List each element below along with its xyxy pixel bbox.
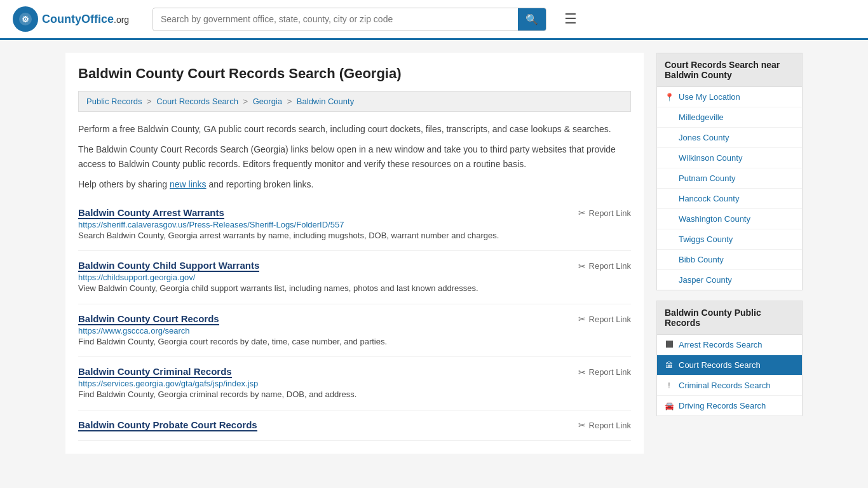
driving-records-link[interactable]: Driving Records Search — [679, 401, 766, 410]
report-icon-4: ✂ — [578, 420, 586, 430]
breadcrumb-court-records[interactable]: Court Records Search — [156, 97, 238, 106]
menu-button[interactable]: ☰ — [559, 8, 582, 30]
report-link-4[interactable]: ✂ Report Link — [578, 420, 631, 430]
arrest-records-icon — [665, 341, 674, 349]
record-item: Baldwin County Child Support Warrants ✂ … — [78, 251, 631, 304]
page-title: Baldwin County Court Records Search (Geo… — [78, 65, 631, 82]
sidebar-item-hancock-county[interactable]: Hancock County — [657, 189, 802, 209]
record-item: Baldwin County Arrest Warrants ✂ Report … — [78, 198, 631, 252]
report-icon-1: ✂ — [578, 261, 586, 271]
milledgeville-link[interactable]: Milledgeville — [679, 112, 724, 122]
record-url-0[interactable]: https://sheriff.calaverasgov.us/Press-Re… — [78, 220, 344, 229]
sidebar-item-milledgeville[interactable]: Milledgeville — [657, 107, 802, 128]
report-link-1[interactable]: ✂ Report Link — [578, 261, 631, 271]
wilkinson-county-link[interactable]: Wilkinson County — [679, 153, 742, 163]
sidebar-item-arrest-records[interactable]: Arrest Records Search — [657, 335, 802, 355]
sidebar-nearby-section: Court Records Search near Baldwin County… — [656, 53, 803, 290]
record-title-0[interactable]: Baldwin County Arrest Warrants — [78, 207, 224, 219]
report-link-0[interactable]: ✂ Report Link — [578, 208, 631, 218]
report-icon-0: ✂ — [578, 208, 586, 218]
record-desc-3: Find Baldwin County, Georgia criminal re… — [78, 388, 631, 401]
logo-name: CountyOffice — [42, 13, 114, 25]
jasper-county-link[interactable]: Jasper County — [679, 275, 732, 285]
report-link-2[interactable]: ✂ Report Link — [578, 314, 631, 324]
description-2: The Baldwin County Court Records Search … — [78, 142, 631, 171]
sidebar-item-twiggs-county[interactable]: Twiggs County — [657, 229, 802, 250]
description-3: Help others by sharing new links and rep… — [78, 177, 631, 191]
use-my-location-link[interactable]: Use My Location — [679, 92, 740, 102]
sidebar-item-court-records[interactable]: 🏛 Court Records Search — [657, 355, 802, 376]
logo-icon: ⚙ — [13, 6, 38, 32]
search-button[interactable]: 🔍 — [518, 8, 546, 30]
sidebar-item-driving-records[interactable]: 🚘 Driving Records Search — [657, 396, 802, 416]
court-records-icon: 🏛 — [665, 361, 674, 370]
main-content: Baldwin County Court Records Search (Geo… — [65, 53, 644, 454]
criminal-records-link[interactable]: Criminal Records Search — [679, 381, 771, 390]
record-desc-1: View Baldwin County, Georgia child suppo… — [78, 282, 631, 295]
jones-county-link[interactable]: Jones County — [679, 133, 729, 142]
logo-text: CountyOffice.org — [42, 13, 129, 26]
sidebar-item-use-my-location[interactable]: 📍 Use My Location — [657, 87, 802, 107]
report-label-4: Report Link — [589, 421, 631, 430]
record-header: Baldwin County Criminal Records ✂ Report… — [78, 366, 631, 378]
record-url-2[interactable]: https://www.gsccca.org/search — [78, 326, 190, 336]
new-links-link[interactable]: new links — [170, 179, 207, 189]
driving-records-icon: 🚘 — [665, 402, 674, 410]
main-container: Baldwin County Court Records Search (Geo… — [53, 40, 815, 466]
logo-area: ⚙ CountyOffice.org — [13, 6, 140, 32]
record-url-3[interactable]: https://services.georgia.gov/gta/gafs/js… — [78, 379, 258, 388]
report-label-2: Report Link — [589, 315, 631, 324]
breadcrumb-baldwin[interactable]: Baldwin County — [297, 97, 354, 106]
pin-icon: 📍 — [665, 93, 674, 102]
breadcrumb-georgia[interactable]: Georgia — [253, 97, 282, 106]
desc3-post: and reporting broken links. — [207, 179, 314, 189]
record-title-3[interactable]: Baldwin County Criminal Records — [78, 366, 232, 378]
record-title-4[interactable]: Baldwin County Probate Court Records — [78, 419, 257, 431]
record-desc-0: Search Baldwin County, Georgia arrest wa… — [78, 229, 631, 242]
record-header: Baldwin County Child Support Warrants ✂ … — [78, 260, 631, 272]
sidebar-item-wilkinson-county[interactable]: Wilkinson County — [657, 148, 802, 168]
logo-tld: .org — [114, 15, 129, 25]
description-1: Perform a free Baldwin County, GA public… — [78, 122, 631, 136]
arrest-records-link[interactable]: Arrest Records Search — [679, 340, 763, 349]
sidebar-nearby-title: Court Records Search near Baldwin County — [657, 53, 802, 87]
twiggs-county-link[interactable]: Twiggs County — [679, 234, 733, 244]
record-item: Baldwin County Probate Court Records ✂ R… — [78, 410, 631, 441]
record-item: Baldwin County Criminal Records ✂ Report… — [78, 357, 631, 410]
sidebar-item-criminal-records[interactable]: ! Criminal Records Search — [657, 376, 802, 396]
report-link-3[interactable]: ✂ Report Link — [578, 367, 631, 377]
breadcrumb: Public Records > Court Records Search > … — [78, 91, 631, 112]
hancock-county-link[interactable]: Hancock County — [679, 194, 739, 203]
sidebar-public-records-section: Baldwin County Public Records Arrest Rec… — [656, 301, 803, 416]
sidebar-item-jasper-county[interactable]: Jasper County — [657, 270, 802, 290]
report-label-1: Report Link — [589, 261, 631, 271]
desc3-pre: Help others by sharing — [78, 179, 170, 189]
breadcrumb-sep2: > — [243, 97, 250, 106]
report-icon-3: ✂ — [578, 367, 586, 377]
sidebar-public-records-title: Baldwin County Public Records — [657, 301, 802, 335]
record-url-1[interactable]: https://childsupport.georgia.gov/ — [78, 273, 195, 282]
washington-county-link[interactable]: Washington County — [679, 214, 750, 224]
sidebar-item-putnam-county[interactable]: Putnam County — [657, 168, 802, 189]
putnam-county-link[interactable]: Putnam County — [679, 173, 736, 183]
svg-text:⚙: ⚙ — [22, 15, 29, 24]
bibb-county-link[interactable]: Bibb County — [679, 255, 724, 264]
sidebar-item-washington-county[interactable]: Washington County — [657, 209, 802, 229]
search-bar: 🔍 — [153, 8, 546, 31]
site-header: ⚙ CountyOffice.org 🔍 ☰ — [0, 0, 868, 40]
record-item: Baldwin County Court Records ✂ Report Li… — [78, 304, 631, 358]
report-label-0: Report Link — [589, 208, 631, 218]
sidebar: Court Records Search near Baldwin County… — [656, 53, 803, 454]
sidebar-item-jones-county[interactable]: Jones County — [657, 128, 802, 148]
breadcrumb-public-records[interactable]: Public Records — [86, 97, 142, 106]
report-label-3: Report Link — [589, 367, 631, 377]
criminal-records-icon: ! — [665, 381, 674, 390]
record-title-1[interactable]: Baldwin County Child Support Warrants — [78, 260, 259, 272]
court-records-link[interactable]: Court Records Search — [679, 360, 761, 370]
sidebar-item-bibb-county[interactable]: Bibb County — [657, 250, 802, 270]
record-header: Baldwin County Court Records ✂ Report Li… — [78, 313, 631, 325]
record-desc-2: Find Baldwin County, Georgia court recor… — [78, 336, 631, 348]
record-title-2[interactable]: Baldwin County Court Records — [78, 313, 219, 325]
search-input[interactable] — [153, 9, 518, 29]
record-header: Baldwin County Arrest Warrants ✂ Report … — [78, 207, 631, 219]
